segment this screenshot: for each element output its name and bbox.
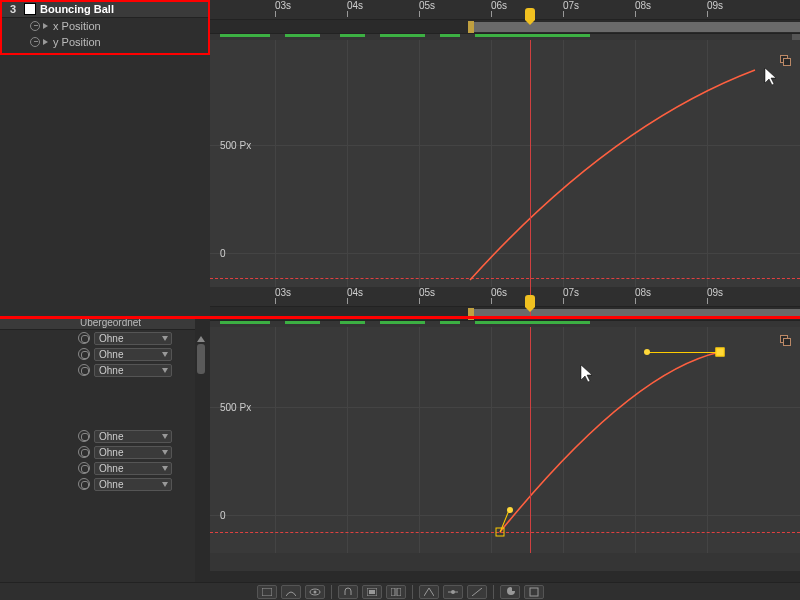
tutorial-divider [0,316,800,319]
triangle-right-icon [43,39,48,45]
baseline-dashed [210,278,800,279]
ruler-tick: 06s [491,287,507,298]
ruler-tick: 08s [635,287,651,298]
cache-bar [210,34,800,38]
pick-whip-icon[interactable] [78,462,90,474]
work-area-start-handle[interactable] [468,21,474,33]
side-handle[interactable] [792,34,800,40]
parent-row[interactable]: Ohne [0,476,195,492]
parent-dropdown[interactable]: Ohne [94,348,172,361]
dropdown-label: Ohne [99,463,123,474]
parent-row[interactable]: Ohne [0,362,195,378]
pick-whip-icon[interactable] [78,332,90,344]
parent-row[interactable]: Ohne [0,444,195,460]
work-area[interactable] [474,22,800,32]
axis-label: 500 Px [220,402,251,413]
ruler-tick: 03s [275,287,291,298]
time-ruler[interactable]: 03s 04s 05s 06s 07s 08s 09s [210,287,800,307]
vertical-scrollbar[interactable] [195,334,207,600]
value-graph-bottom[interactable]: 500 Px 0 [210,327,800,553]
property-row-y-position[interactable]: y Position [0,34,210,50]
toolbar-separator [412,585,413,599]
edit-selected-button[interactable] [419,585,439,599]
parent-row[interactable]: Ohne [0,428,195,444]
ruler-tick: 05s [419,0,435,11]
ruler-tick: 06s [491,0,507,11]
current-time-indicator-line[interactable] [530,40,531,316]
toggle-switches-button[interactable] [257,585,277,599]
cache-warning-icon[interactable] [780,335,794,349]
ruler-tick: 05s [419,287,435,298]
baseline-dashed [210,532,800,533]
cache-warning-icon[interactable] [780,55,794,69]
graph-editor-bottom-panel: Übergeordnet Ohne Ohne Ohne Ohne Ohne Oh… [0,316,800,600]
dropdown-label: Ohne [99,431,123,442]
pick-whip-icon[interactable] [78,430,90,442]
toolbar-separator [331,585,332,599]
svg-rect-6 [397,588,401,596]
svg-rect-4 [369,590,375,594]
scrollbar-thumb[interactable] [197,344,205,374]
pick-whip-icon[interactable] [78,446,90,458]
snap-button[interactable] [338,585,358,599]
ruler-tick: 07s [563,287,579,298]
wrench-button[interactable] [500,585,520,599]
convert-ease-button[interactable] [443,585,463,599]
current-time-indicator-head[interactable] [525,8,535,20]
layer-header-row[interactable]: 3 Bouncing Ball [0,0,210,18]
pick-whip-icon[interactable] [78,348,90,360]
parent-dropdown[interactable]: Ohne [94,446,172,459]
convert-linear-button[interactable] [467,585,487,599]
current-time-indicator-head[interactable] [525,295,535,307]
ruler-tick: 09s [707,0,723,11]
parent-dropdown[interactable]: Ohne [94,332,172,345]
layer-name: Bouncing Ball [40,3,210,15]
stopwatch-icon[interactable] [30,37,40,47]
stopwatch-icon[interactable] [30,21,40,31]
ruler-tick: 04s [347,287,363,298]
dropdown-label: Ohne [99,447,123,458]
svg-rect-5 [391,588,395,596]
timeline-area-top[interactable]: 03s 04s 05s 06s 07s 08s 09s [210,0,800,316]
parent-dropdown[interactable]: Ohne [94,430,172,443]
ruler-tick: 04s [347,0,363,11]
parent-row[interactable]: Ohne [0,346,195,362]
property-label: x Position [53,20,101,32]
axis-label: 0 [220,248,226,259]
parent-dropdown[interactable]: Ohne [94,478,172,491]
fit-button[interactable] [362,585,382,599]
svg-rect-8 [530,588,538,596]
dropdown-label: Ohne [99,365,123,376]
fit-all-button[interactable] [386,585,406,599]
layer-color-swatch[interactable] [24,3,36,15]
triangle-right-icon [43,23,48,29]
transform-box-button[interactable] [524,585,544,599]
bezier-handle[interactable] [647,352,720,353]
svg-point-2 [313,590,316,593]
bezier-handle-dot[interactable] [507,507,513,513]
property-row-x-position[interactable]: x Position [0,18,210,34]
eye-button[interactable] [305,585,325,599]
scroll-up-icon[interactable] [197,336,205,342]
parent-dropdown[interactable]: Ohne [94,364,172,377]
work-area-bar[interactable] [210,20,800,34]
timeline-area-bottom[interactable]: 03s 04s 05s 06s 07s 08s 09s [210,287,800,571]
cache-bar [210,321,800,325]
pick-whip-icon[interactable] [78,364,90,376]
layer-index: 3 [0,3,20,15]
keyframe-end[interactable] [716,348,725,357]
parent-row[interactable]: Ohne [0,460,195,476]
parent-dropdown[interactable]: Ohne [94,462,172,475]
parent-row[interactable]: Ohne [0,330,195,346]
axis-label: 500 Px [220,140,251,151]
svg-rect-0 [262,588,272,596]
current-time-indicator-line[interactable] [530,327,531,553]
pick-whip-icon[interactable] [78,478,90,490]
bezier-handle-dot[interactable] [644,349,650,355]
value-graph-top[interactable]: 500 Px 0 [210,40,800,316]
ruler-tick: 07s [563,0,579,11]
graph-type-button[interactable] [281,585,301,599]
time-ruler[interactable]: 03s 04s 05s 06s 07s 08s 09s [210,0,800,20]
spacer [0,378,195,428]
keyframe-start[interactable] [496,528,505,537]
